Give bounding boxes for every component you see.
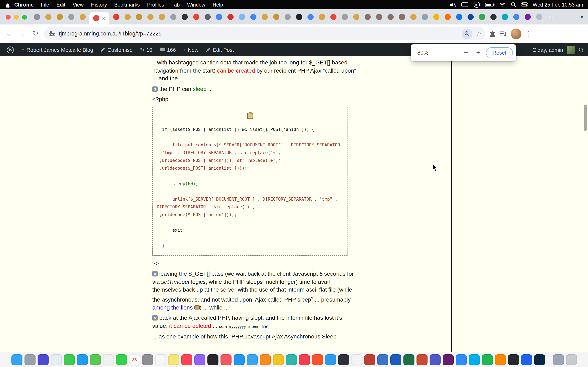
tab-26[interactable]: [330, 14, 336, 20]
dock-tv-icon[interactable]: [207, 354, 218, 365]
back-icon[interactable]: ←: [5, 30, 14, 38]
tab-19[interactable]: [250, 14, 256, 20]
minimize-window-button[interactable]: [14, 15, 19, 19]
tab-31[interactable]: [387, 14, 393, 20]
dock-filezilla-icon[interactable]: [364, 354, 375, 365]
dock-skype-icon[interactable]: [468, 354, 480, 365]
tab-42[interactable]: [513, 14, 519, 20]
tab-24[interactable]: [307, 14, 313, 20]
tab-14[interactable]: [193, 14, 199, 20]
tab-37[interactable]: [456, 14, 462, 20]
tab-28[interactable]: [353, 14, 359, 20]
dock-vlc-icon[interactable]: [495, 354, 506, 365]
dock-siri-icon[interactable]: [37, 354, 48, 365]
dock-photos-icon[interactable]: [103, 354, 114, 365]
dock-calendar-icon[interactable]: 25: [129, 354, 140, 365]
tab-23[interactable]: [296, 14, 302, 20]
wifi-icon[interactable]: [499, 2, 505, 7]
omnibox[interactable]: rjmprogramming.com.au/ITblog/?p=72225 ☆: [44, 27, 485, 40]
spotlight-icon[interactable]: [511, 2, 516, 7]
dock-settings-icon[interactable]: [24, 354, 35, 365]
menu-item-bookmarks[interactable]: Bookmarks: [111, 2, 143, 8]
dock-terminal-icon[interactable]: [338, 354, 349, 365]
dock-podcasts-icon[interactable]: [194, 354, 205, 365]
tab-30[interactable]: [376, 14, 382, 20]
mute-icon[interactable]: [450, 2, 456, 7]
control-center-icon[interactable]: [521, 2, 527, 7]
forward-icon[interactable]: →: [18, 30, 27, 38]
scrollbar-thumb[interactable]: [584, 105, 587, 131]
menu-bar-clock[interactable]: Wed 25 Feb 10:53 am: [533, 2, 583, 8]
dock-facetime-icon[interactable]: [116, 354, 127, 365]
tab-7[interactable]: [113, 14, 119, 20]
greeting-label[interactable]: G'day, admin: [532, 47, 563, 53]
extensions-icon[interactable]: [489, 30, 496, 37]
dock-downloads-icon[interactable]: [553, 354, 564, 365]
close-window-button[interactable]: [6, 15, 11, 19]
menu-item-edit[interactable]: Edit: [53, 2, 69, 8]
admin-search-icon[interactable]: [579, 47, 584, 52]
tab-39[interactable]: [479, 14, 485, 20]
menu-item-window[interactable]: Window: [183, 2, 209, 8]
dock-maps-icon[interactable]: [90, 354, 101, 365]
dock-excel-icon[interactable]: [403, 354, 414, 365]
menu-item-tab[interactable]: Tab: [168, 2, 183, 8]
menu-item-history[interactable]: History: [87, 2, 111, 8]
tab-search-icon[interactable]: ▾: [581, 14, 583, 20]
tab-44[interactable]: [536, 14, 542, 20]
keyboard-icon[interactable]: [461, 2, 468, 7]
dock-edge-icon[interactable]: [286, 354, 297, 365]
dock-mail-icon[interactable]: [77, 354, 87, 365]
dock-reminders-icon[interactable]: [155, 354, 166, 365]
dock-contacts-icon[interactable]: [142, 354, 153, 365]
now-playing-icon[interactable]: ▶: [474, 2, 480, 8]
reload-icon[interactable]: ↻: [31, 29, 40, 38]
media-controls-icon[interactable]: [500, 31, 507, 36]
tab-35[interactable]: [433, 14, 439, 20]
dock-docker-icon[interactable]: [521, 354, 532, 365]
dock-brave-icon[interactable]: [312, 354, 323, 365]
tab-25[interactable]: [319, 14, 325, 20]
new-tab-button[interactable]: +: [549, 13, 553, 21]
tab-22[interactable]: [285, 14, 291, 20]
dock-safari-icon[interactable]: [246, 354, 258, 365]
menu-item-file[interactable]: File: [37, 2, 53, 8]
active-tab[interactable]: ×: [89, 12, 109, 25]
tab-32[interactable]: [399, 14, 405, 20]
comments-link[interactable]: 166: [156, 43, 180, 56]
browser-menu-icon[interactable]: ⋮: [526, 30, 532, 37]
profile-avatar[interactable]: [511, 28, 521, 39]
copy-code-icon[interactable]: [247, 112, 253, 121]
dock-opera-icon[interactable]: [299, 354, 310, 365]
dock-finder-icon[interactable]: [11, 354, 22, 365]
site-settings-icon[interactable]: [49, 31, 55, 36]
dock-music-icon[interactable]: [181, 354, 192, 365]
zoom-in-button[interactable]: +: [472, 49, 484, 57]
tab-10[interactable]: [147, 14, 153, 20]
bookmark-star-icon[interactable]: ☆: [476, 30, 482, 37]
zoom-indicator-icon[interactable]: [462, 28, 472, 39]
menu-item-view[interactable]: View: [69, 2, 87, 8]
dock-notes-icon[interactable]: [168, 354, 179, 365]
dock-chrome-icon[interactable]: [273, 354, 284, 365]
menu-item-profiles[interactable]: Profiles: [144, 2, 168, 8]
tab-27[interactable]: [342, 14, 348, 20]
tab-41[interactable]: [502, 14, 508, 20]
edit-post-link[interactable]: Edit Post: [202, 43, 238, 56]
tab-38[interactable]: [467, 14, 474, 20]
admin-avatar[interactable]: [567, 46, 575, 54]
tab-16[interactable]: [216, 14, 222, 20]
dock-textedit-icon[interactable]: [351, 354, 362, 365]
tab-21[interactable]: [273, 14, 279, 20]
dock-word-icon[interactable]: [390, 354, 401, 365]
tab-1[interactable]: [34, 14, 40, 20]
among-the-lions-link[interactable]: among the lions: [152, 304, 193, 310]
dock-transmit-icon[interactable]: [377, 354, 388, 365]
tab-18[interactable]: [239, 14, 245, 20]
dock-zoom-icon[interactable]: [456, 354, 467, 365]
tab-8[interactable]: [124, 14, 130, 20]
tab-4[interactable]: [68, 14, 74, 20]
menu-item-help[interactable]: Help: [209, 2, 227, 8]
tab-17[interactable]: [227, 14, 233, 20]
site-name-link[interactable]: ⌂ Robert James Metcalfe Blog: [17, 43, 97, 56]
